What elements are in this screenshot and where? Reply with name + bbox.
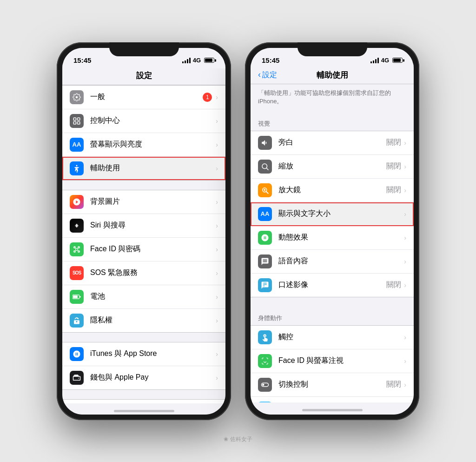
list-item-accessibility[interactable]: 輔助使用 › <box>62 157 225 180</box>
content-1[interactable]: 一般 1 › 控制中心 › AA <box>62 85 225 403</box>
phone-2: 15:45 4G ‹ 設 <box>245 42 419 420</box>
svg-rect-17 <box>80 296 81 297</box>
list-item-display-text[interactable]: AA 顯示與文字大小 › <box>251 202 414 226</box>
back-button[interactable]: ‹ 設定 <box>258 70 277 80</box>
back-chevron: ‹ <box>258 70 261 80</box>
described-label: 口述影像 <box>278 280 386 290</box>
wallpaper-chevron: › <box>216 198 218 206</box>
section-header-vision: 視覺 <box>251 112 414 131</box>
section-1-4: 密碼與帳號 › 郵件 › <box>62 399 225 403</box>
list-item-touch[interactable]: 觸控 › <box>251 326 414 349</box>
wallpaper-label: 背景圖片 <box>90 197 216 207</box>
list-item-described[interactable]: 口述影像 關閉 › <box>251 274 414 297</box>
list-item-privacy[interactable]: 隱私權 › <box>62 309 225 332</box>
magnifier-value: 關閉 <box>386 185 401 195</box>
list-item-sos[interactable]: SOS SOS 緊急服務 › <box>62 261 225 285</box>
list-item-siri[interactable]: Siri 與搜尋 › <box>62 214 225 238</box>
display-text-chevron: › <box>404 210 406 218</box>
list-item-wallet[interactable]: 錢包與 Apple Pay › <box>62 366 225 389</box>
accessibility-label: 輔助使用 <box>90 163 216 173</box>
list-item-voiceover[interactable]: 旁白 關閉 › <box>251 131 414 155</box>
svg-rect-7 <box>74 247 75 248</box>
sos-icon: SOS <box>70 266 84 280</box>
signal-bars-1 <box>182 58 191 63</box>
list-item-display[interactable]: AA 螢幕顯示與亮度 › <box>62 133 225 157</box>
notch-1 <box>109 42 179 56</box>
touch-label: 觸控 <box>278 332 404 342</box>
magnifier-icon <box>258 183 272 197</box>
svg-rect-8 <box>78 247 79 248</box>
list-item-motion[interactable]: 動態效果 › <box>251 226 414 250</box>
content-2[interactable]: 「輔助使用」功能可協助您根據個別需求自訂您的 iPhone。 視覺 旁白 關閉 … <box>251 84 414 402</box>
switch-icon <box>258 378 272 392</box>
svg-rect-16 <box>73 295 78 298</box>
list-item-faceid[interactable]: Face ID 與密碼 › <box>62 238 225 261</box>
faceid2-icon <box>258 354 272 368</box>
list-group-2-1: 旁白 關閉 › 縮放 關閉 › <box>251 131 414 297</box>
zoom-value: 關閉 <box>386 161 401 171</box>
section-header-motor: 身體動作 <box>251 307 414 325</box>
list-group-1-4: 密碼與帳號 › 郵件 › <box>62 399 225 403</box>
touch-icon <box>258 330 272 344</box>
back-label: 設定 <box>262 70 277 80</box>
magnifier-label: 放大鏡 <box>278 185 386 195</box>
faceid2-chevron: › <box>404 357 406 365</box>
scene: 15:45 4G 設定 <box>43 28 433 434</box>
list-item-faceid2[interactable]: Face ID 與螢幕注視 › <box>251 349 414 373</box>
display-label: 螢幕顯示與亮度 <box>90 140 216 149</box>
list-item-itunes[interactable]: iTunes 與 App Store › <box>62 342 225 366</box>
voiceover-label: 旁白 <box>278 138 386 147</box>
list-item-zoom[interactable]: 縮放 關閉 › <box>251 155 414 179</box>
display-chevron: › <box>216 141 218 148</box>
watermark: ❀ 佐科女子 <box>224 435 252 443</box>
faceid2-label: Face ID 與螢幕注視 <box>278 356 404 366</box>
notch-2 <box>298 42 367 56</box>
list-item-battery[interactable]: 電池 › <box>62 285 225 309</box>
list-item-control[interactable]: 控制中心 › <box>62 109 225 133</box>
itunes-icon <box>70 347 84 361</box>
display-text-label: 顯示與文字大小 <box>278 209 404 219</box>
described-chevron: › <box>404 281 406 289</box>
itunes-chevron: › <box>216 350 218 358</box>
list-item-magnifier[interactable]: 放大鏡 關閉 › <box>251 179 414 202</box>
spoken-label: 語音內容 <box>278 256 404 266</box>
voiceover-chevron: › <box>404 139 406 147</box>
motion-icon <box>258 231 272 245</box>
general-badge: 1 <box>203 93 212 102</box>
section-1-3: iTunes 與 App Store › 錢包與 Apple Pay › <box>62 342 225 390</box>
faceid-chevron: › <box>216 246 218 253</box>
svg-rect-0 <box>73 118 76 120</box>
phone-1: 15:45 4G 設定 <box>57 42 231 420</box>
list-group-2-2: 觸控 › Face ID 與螢幕注視 › 切換控 <box>251 325 414 402</box>
switch-value: 關閉 <box>386 380 401 389</box>
accessibility-description: 「輔助使用」功能可協助您根據個別需求自訂您的 iPhone。 <box>251 84 414 112</box>
list-item-general[interactable]: 一般 1 › <box>62 86 225 109</box>
battery-icon-2 <box>392 58 403 63</box>
list-item-switch-control[interactable]: 切換控制 關閉 › <box>251 373 414 397</box>
control-icon <box>70 114 84 128</box>
list-item-spoken[interactable]: 語音內容 › <box>251 250 414 274</box>
list-item-wallpaper[interactable]: 背景圖片 › <box>62 190 225 214</box>
svg-point-18 <box>262 164 267 169</box>
list-group-1-3: iTunes 與 App Store › 錢包與 Apple Pay › <box>62 342 225 390</box>
svg-rect-3 <box>78 121 80 124</box>
list-item-passwords[interactable]: 密碼與帳號 › <box>62 400 225 403</box>
status-icons-1: 4G <box>182 57 214 64</box>
spoken-icon <box>258 254 272 268</box>
general-chevron: › <box>216 94 218 101</box>
svg-line-19 <box>266 168 269 170</box>
control-label: 控制中心 <box>90 116 216 126</box>
voiceover-icon <box>258 136 272 150</box>
described-value: 關閉 <box>386 280 401 290</box>
svg-point-6 <box>75 225 79 227</box>
switch-chevron: › <box>404 381 406 388</box>
siri-chevron: › <box>216 222 218 229</box>
sos-chevron: › <box>216 269 218 277</box>
battery-item-icon <box>70 290 84 304</box>
list-item-voice-control[interactable]: 語音控制 關閉 › <box>251 397 414 402</box>
page-title-2: 輔助使用 <box>317 70 348 80</box>
switch-label: 切換控制 <box>278 380 386 389</box>
svg-point-25 <box>262 384 264 386</box>
phone-1-inner: 15:45 4G 設定 <box>62 48 225 415</box>
network-type-1: 4G <box>193 57 201 64</box>
